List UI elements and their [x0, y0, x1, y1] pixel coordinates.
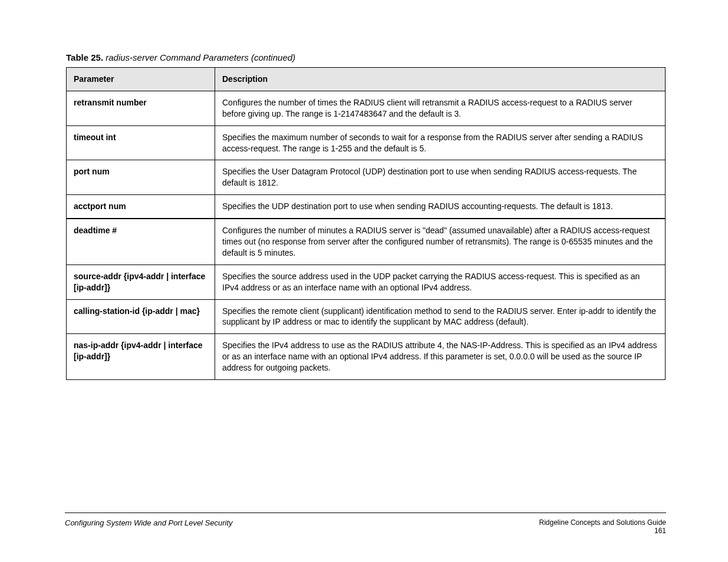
- table-caption-text: radius-server Command Parameters (contin…: [106, 52, 295, 62]
- table-row: nas-ip-addr {ipv4-addr | interface [ip-a…: [67, 334, 666, 380]
- table-row: calling-station-id {ip-addr | mac} Speci…: [67, 299, 666, 334]
- cell-desc: Specifies the source address used in the…: [215, 265, 666, 299]
- table-header-row: Parameter Description: [67, 68, 666, 91]
- table-row: timeout int Specifies the maximum number…: [67, 125, 666, 160]
- col-header-description: Description: [215, 68, 666, 91]
- cell-param: timeout int: [67, 125, 215, 160]
- table-row: acctport num Specifies the UDP destinati…: [67, 195, 666, 219]
- footer-right-block: Ridgeline Concepts and Solutions Guide 1…: [539, 518, 666, 535]
- col-header-parameter: Parameter: [67, 68, 215, 91]
- cell-desc: Configures the number of minutes a RADIU…: [215, 219, 666, 265]
- cell-desc: Specifies the UDP destination port to us…: [215, 195, 666, 219]
- table-row: deadtime # Configures the number of minu…: [67, 219, 666, 265]
- cell-desc: Configures the number of times the RADIU…: [215, 91, 666, 125]
- cell-param: retransmit number: [67, 91, 215, 125]
- footer-guide-title: Ridgeline Concepts and Solutions Guide: [539, 518, 666, 527]
- table-row: port num Specifies the User Datagram Pro…: [67, 160, 666, 195]
- table-row: retransmit number Configures the number …: [67, 91, 666, 125]
- table-caption-prefix: Table 25.: [66, 52, 103, 62]
- cell-param: source-addr {ipv4-addr | interface [ip-a…: [67, 265, 215, 299]
- page: Table 25. radius-server Command Paramete…: [0, 0, 728, 562]
- footer-rule: [65, 513, 666, 513]
- parameters-table: Parameter Description retransmit number …: [66, 67, 666, 380]
- cell-param: nas-ip-addr {ipv4-addr | interface [ip-a…: [67, 334, 215, 380]
- cell-param: deadtime #: [67, 219, 215, 265]
- table-row: source-addr {ipv4-addr | interface [ip-a…: [67, 265, 666, 299]
- cell-param: acctport num: [67, 195, 215, 219]
- cell-desc: Specifies the User Datagram Protocol (UD…: [215, 160, 666, 195]
- cell-desc: Specifies the maximum number of seconds …: [215, 125, 666, 160]
- footer-section-title: Configuring System Wide and Port Level S…: [65, 518, 233, 527]
- footer-page-number: 161: [539, 527, 666, 535]
- table-caption: Table 25. radius-server Command Paramete…: [66, 52, 295, 62]
- cell-desc: Specifies the IPv4 address to use as the…: [215, 334, 666, 380]
- cell-param: calling-station-id {ip-addr | mac}: [67, 299, 215, 334]
- cell-param: port num: [67, 160, 215, 195]
- cell-desc: Specifies the remote client (supplicant)…: [215, 299, 666, 334]
